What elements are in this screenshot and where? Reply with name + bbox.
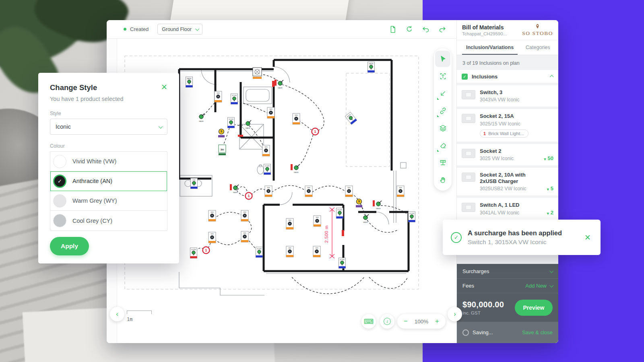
inclusion-item[interactable]: Socket 2, 10A with 2xUSB Charger3025USB2… xyxy=(457,168,558,196)
quantity-dropdown[interactable]: ▾2 xyxy=(547,210,553,216)
plan-symbol-downlight[interactable]: WH xyxy=(314,216,321,226)
toast-close-button[interactable]: ✕ xyxy=(583,231,592,244)
plan-symbol-downlight[interactable]: WH xyxy=(262,145,270,156)
plan-symbol-walllight[interactable]: 3CVW xyxy=(339,258,346,268)
plan-symbol-downlight[interactable]: WH xyxy=(305,186,312,197)
plan-symbol-downlight[interactable]: WH xyxy=(241,210,248,221)
plan-symbol-sensor[interactable]: S xyxy=(356,199,362,208)
plan-symbol-walllight[interactable]: MA3E xyxy=(186,77,193,87)
colour-option-warm-grey-wy-[interactable]: Warm Grey (WY) xyxy=(50,191,167,211)
plan-symbol-walllight[interactable]: DW xyxy=(191,178,198,189)
plan-symbol-downlight[interactable]: WH xyxy=(215,91,222,102)
pan-tool[interactable] xyxy=(435,172,450,188)
layers-tool[interactable] xyxy=(435,120,450,136)
inclusions-group-header[interactable]: ✓ Inclusions xyxy=(457,70,558,83)
scale-label: 1m xyxy=(127,317,152,322)
plan-symbol-marker[interactable]: 1 xyxy=(203,247,210,254)
tab-inclusion-variations[interactable]: Inclusion/Variations xyxy=(462,40,518,55)
svg-text:MA3E: MA3E xyxy=(376,208,381,210)
checkbox-icon[interactable]: ✓ xyxy=(462,74,468,80)
redo-button[interactable] xyxy=(437,24,448,35)
plan-symbol-walllight[interactable]: MA3E xyxy=(345,112,357,125)
tab-categories[interactable]: Categories xyxy=(522,40,554,55)
plan-symbol-downlight[interactable]: WH xyxy=(208,232,216,243)
surcharges-header[interactable]: Surcharges xyxy=(457,264,558,278)
plan-symbol-downlight[interactable]: WH xyxy=(286,218,293,229)
text-tool[interactable] xyxy=(435,68,450,84)
plan-symbol-fan[interactable] xyxy=(253,68,262,79)
preview-button[interactable]: Preview xyxy=(515,300,553,316)
plan-symbol-walllight[interactable]: 3CVW xyxy=(264,164,271,175)
plan-symbol-box2h[interactable]: 2H xyxy=(219,145,226,155)
inclusion-item[interactable]: Switch, 33043VA VW Iconic xyxy=(457,85,558,107)
quantity-dropdown[interactable]: ▾5 xyxy=(547,185,553,191)
plan-symbol-switch[interactable]: MA3E xyxy=(363,214,369,223)
colour-option-cool-grey-cy-[interactable]: Cool Grey (CY) xyxy=(50,211,167,230)
inclusion-item[interactable]: Switch A, 1 LED3041AL VW Iconic▾2 xyxy=(457,198,558,219)
add-new-fee-button[interactable]: Add New xyxy=(525,283,547,289)
info-button[interactable]: i xyxy=(380,314,394,329)
product-thumbnail xyxy=(462,173,475,182)
colour-option-vivid-white-vw-[interactable]: Vivid White (VW) xyxy=(50,152,167,171)
plan-symbol-downlight[interactable]: WH xyxy=(397,186,404,197)
zoom-in-button[interactable]: + xyxy=(434,317,440,325)
plan-symbol-sensor[interactable]: S xyxy=(218,129,225,138)
colour-option-anthracite-an-[interactable]: ✓Anthracite (AN) xyxy=(50,171,167,191)
plan-symbol-downlight[interactable]: WH xyxy=(313,246,320,257)
plan-symbol-walllight[interactable]: 3CVW xyxy=(256,247,263,257)
chevron-up-icon xyxy=(550,75,554,79)
style-select[interactable]: Iconic xyxy=(50,119,167,135)
saving-label: Saving... xyxy=(473,329,493,335)
eraser-tool[interactable] xyxy=(435,137,450,154)
surcharge-badge[interactable]: 1Brick Wall Light... xyxy=(480,130,528,138)
zoom-out-button[interactable]: − xyxy=(402,317,409,325)
plan-symbol-downlight[interactable]: WH xyxy=(293,113,300,124)
plan-symbol-downlight[interactable]: WH xyxy=(241,231,248,242)
plan-symbol-switchr[interactable]: MA3E xyxy=(230,184,239,193)
undo-button[interactable] xyxy=(421,24,431,35)
measure-tool[interactable] xyxy=(435,85,450,102)
plan-symbol-downlight[interactable]: WH xyxy=(208,210,216,221)
plan-symbol-switch[interactable]: MA3E xyxy=(246,120,251,129)
plan-symbol-switchr[interactable]: MA3E xyxy=(275,80,283,89)
chevron-left-icon: ‹ xyxy=(116,310,118,318)
plan-symbol-downlight[interactable]: WH xyxy=(286,246,293,257)
quantity-dropdown[interactable]: ▾50 xyxy=(544,155,554,161)
inclusion-info: Switch, 33043VA VW Iconic xyxy=(480,89,553,103)
plan-symbol-walllight[interactable]: 3CVW xyxy=(228,117,235,128)
keyboard-shortcuts-button[interactable]: ⌨ xyxy=(361,314,376,329)
brand-name: SO STOBO xyxy=(522,30,553,36)
floor-select[interactable]: Ground Floor xyxy=(157,24,202,35)
plan-symbol-downlight[interactable]: WH xyxy=(265,186,272,197)
plan-symbol-switch[interactable]: MA3E xyxy=(199,113,204,122)
plan-symbol-marker[interactable]: 1 xyxy=(312,128,319,135)
plan-symbol-walllight[interactable]: 3CVW xyxy=(336,208,343,218)
submenu-corner-icon xyxy=(437,115,439,117)
quantity-value: 5 xyxy=(551,185,553,191)
quantity-value: 50 xyxy=(548,155,553,161)
select-tool[interactable] xyxy=(435,51,450,67)
apply-button[interactable]: Apply xyxy=(50,237,89,255)
plan-symbol-walllightr[interactable]: 3CVW xyxy=(190,248,197,258)
style-select-value: Iconic xyxy=(56,123,71,130)
inclusion-item[interactable]: Socket 23025 VW Iconic▾50 xyxy=(457,144,558,165)
plan-symbol-walllight[interactable]: 3CVW xyxy=(409,212,415,222)
plan-symbol-walllight[interactable]: 3CVW xyxy=(231,94,238,104)
plan-symbol-switchr[interactable]: MA3E xyxy=(291,164,299,173)
new-page-button[interactable] xyxy=(388,24,398,35)
plan-symbol-marker[interactable]: 1 xyxy=(246,193,252,200)
save-close-button[interactable]: Save & close xyxy=(522,329,553,335)
modal-close-button[interactable]: ✕ xyxy=(161,83,167,91)
prev-page-button[interactable]: ‹ xyxy=(110,307,124,321)
plan-symbol-downlight[interactable]: WH xyxy=(267,107,275,118)
inclusion-item[interactable]: Socket 2, 15A3025/15 VW Iconic1Brick Wal… xyxy=(457,109,558,141)
fees-header[interactable]: Fees Add New xyxy=(457,278,558,293)
plan-symbol-switchr[interactable]: MA3E xyxy=(373,200,382,210)
link-tool[interactable] xyxy=(435,103,450,119)
refresh-button[interactable] xyxy=(404,24,415,35)
svg-text:3CVW: 3CVW xyxy=(340,259,345,261)
plan-symbol-walllight[interactable]: MA3E xyxy=(368,62,375,72)
next-page-button[interactable]: › xyxy=(448,307,462,321)
plan-symbol-downlight[interactable]: WH xyxy=(345,186,353,197)
layout-tool[interactable] xyxy=(435,154,450,171)
